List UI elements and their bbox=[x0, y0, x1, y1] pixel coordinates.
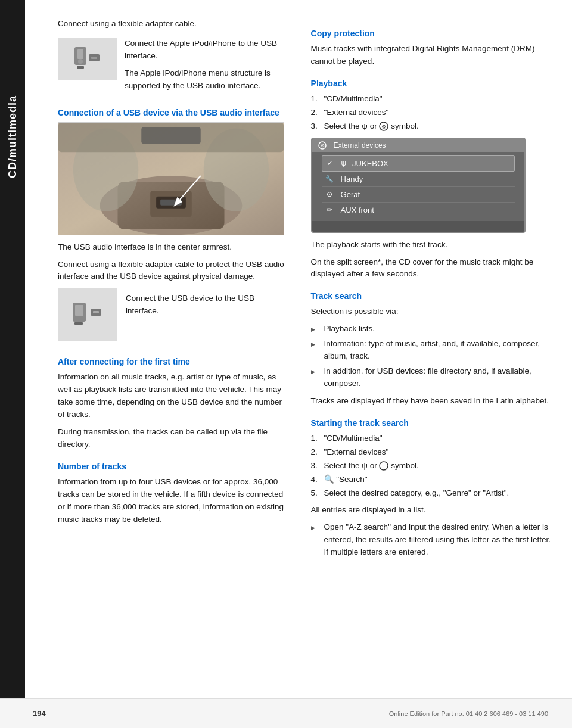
page-number: 194 bbox=[33, 709, 46, 718]
main-content: Connect using a flexible adapter cable. … bbox=[25, 0, 572, 599]
bullet-item-2: Information: type of music, artist, and,… bbox=[311, 338, 554, 363]
screen-label-jukebox: JUKEBOX bbox=[352, 159, 388, 168]
ipod-connection-block: Connect the Apple iPod/iPhone to the USB… bbox=[58, 38, 287, 97]
usb-connect-block: Connect the USB device to the USB interf… bbox=[58, 288, 287, 346]
bullet-text-2: Information: type of music, artist, and,… bbox=[324, 338, 554, 363]
sidebar: CD/multimedia bbox=[0, 0, 25, 728]
ipod-connection-text: Connect the Apple iPod/iPhone to the USB… bbox=[125, 38, 287, 97]
screen-titlebar: ⚙ External devices bbox=[312, 139, 524, 152]
playback-heading: Playback bbox=[311, 79, 554, 88]
bullet-text-1: Playback lists. bbox=[324, 323, 375, 335]
playback-item-1: 1. "CD/Multimedia" bbox=[311, 93, 554, 105]
az-search-bullet: Open "A-Z search" and input the desired … bbox=[311, 521, 554, 559]
screen-row-gerat: ⊙ Gerät bbox=[322, 187, 515, 203]
ipod-text-1: Connect the Apple iPod/iPhone to the USB… bbox=[125, 38, 287, 63]
starting-item-2: 2. "External devices" bbox=[311, 446, 554, 459]
num-tracks-para: Information from up to four USB devices … bbox=[58, 476, 287, 526]
playback-num-1: 1. bbox=[311, 93, 321, 105]
screen-label-gerat: Gerät bbox=[341, 190, 360, 199]
screen-row-jukebox: ✓ ψ JUKEBOX bbox=[322, 155, 515, 172]
track-search-after: Tracks are displayed if they have been s… bbox=[311, 395, 554, 407]
after-connect-heading: After connecting for the first time bbox=[58, 357, 287, 366]
playback-num-2: 2. bbox=[311, 107, 321, 119]
screen-content: ✓ ψ JUKEBOX 🔧 Handy ⊙ Gerät ✏ AUX fron bbox=[312, 152, 524, 221]
svg-rect-19 bbox=[75, 305, 83, 316]
playback-text-1: "CD/Multimedia" bbox=[324, 93, 383, 105]
top-intro-para: Connect using a flexible adapter cable. bbox=[58, 18, 287, 30]
after-connect-para1: Information on all music tracks, e.g. ar… bbox=[58, 371, 287, 421]
car-interior-image bbox=[58, 122, 284, 235]
svg-rect-1 bbox=[77, 49, 83, 59]
screen-label-handy: Handy bbox=[341, 175, 363, 183]
all-entries-para: All entries are displayed in a list. bbox=[311, 504, 554, 517]
starting-item-1: 1. "CD/Multimedia" bbox=[311, 433, 554, 445]
svg-text:⚙: ⚙ bbox=[381, 124, 386, 130]
screen-row-handy: 🔧 Handy bbox=[322, 172, 515, 187]
starting-search-heading: Starting the track search bbox=[311, 418, 554, 428]
starting-text-4: 🔍 "Search" bbox=[324, 474, 368, 486]
track-search-bullets: Playback lists. Information: type of mus… bbox=[311, 323, 554, 390]
svg-rect-17 bbox=[141, 127, 200, 144]
starting-item-3: 3. Select the ψ or symbol. bbox=[311, 460, 554, 472]
after-connect-para2: During transmission, the tracks can be c… bbox=[58, 426, 287, 451]
screen-title: External devices bbox=[334, 141, 386, 150]
sidebar-label: CD/multimedia bbox=[7, 95, 19, 178]
az-search-text: Open "A-Z search" and input the desired … bbox=[324, 521, 554, 559]
screen-handy-icon: 🔧 bbox=[324, 175, 335, 183]
az-arrow bbox=[311, 522, 319, 559]
screen-gerat-icon: ⊙ bbox=[324, 190, 335, 198]
copy-protection-para: Music tracks with integrated Digital Rig… bbox=[311, 43, 554, 68]
starting-item-4: 4. 🔍 "Search" bbox=[311, 474, 554, 486]
bullet-arrow-2 bbox=[311, 339, 319, 363]
playback-item-3: 3. Select the ψ or ⚙ symbol. bbox=[311, 120, 554, 133]
starting-text-3: Select the ψ or symbol. bbox=[324, 460, 419, 472]
playback-item-2: 2. "External devices" bbox=[311, 107, 554, 119]
starting-item-5: 5. Select the desired category, e.g., "G… bbox=[311, 487, 554, 500]
screen-usb-icon: ψ bbox=[341, 159, 347, 167]
page-footer: 194 Online Edition for Part no. 01 40 2 … bbox=[0, 698, 572, 728]
svg-rect-2 bbox=[77, 66, 84, 69]
bullet-arrow-1 bbox=[311, 324, 319, 335]
playback-after-para1: The playback starts with the first track… bbox=[311, 239, 554, 251]
usb-caption: The USB audio interface is in the center… bbox=[58, 241, 287, 254]
playback-list: 1. "CD/Multimedia" 2. "External devices"… bbox=[311, 93, 554, 133]
bullet-text-3: In addition, for USB devices: file direc… bbox=[324, 365, 554, 390]
usb-connection-heading: Connection of a USB device via the USB a… bbox=[58, 108, 287, 117]
external-devices-screen: ⚙ External devices ✓ ψ JUKEBOX 🔧 Handy ⊙ bbox=[311, 138, 526, 233]
usb-small-icon bbox=[58, 288, 117, 341]
starting-search-list: 1. "CD/Multimedia" 2. "External devices"… bbox=[311, 433, 554, 500]
track-search-intro: Selection is possible via: bbox=[311, 306, 554, 318]
screen-label-aux: AUX front bbox=[341, 206, 374, 214]
screen-row-aux: ✏ AUX front bbox=[322, 203, 515, 217]
ipod-text-2: The Apple iPod/iPhone menu structure is … bbox=[125, 67, 287, 92]
svg-point-27 bbox=[380, 462, 388, 470]
track-search-heading: Track search bbox=[311, 291, 554, 301]
svg-rect-22 bbox=[93, 311, 99, 313]
usb-para2: Connect using a flexible adapter cable t… bbox=[58, 259, 287, 284]
screen-check-icon: ✓ bbox=[325, 159, 335, 167]
playback-text-2: "External devices" bbox=[324, 107, 389, 119]
svg-rect-11 bbox=[160, 199, 182, 205]
playback-after-para2: On the split screen*, the CD cover for t… bbox=[311, 256, 554, 281]
bullet-item-3: In addition, for USB devices: file direc… bbox=[311, 365, 554, 390]
right-column: Copy protection Music tracks with integr… bbox=[299, 18, 572, 564]
playback-num-3: 3. bbox=[311, 120, 321, 133]
left-column: Connect using a flexible adapter cable. … bbox=[25, 18, 299, 564]
az-search-item: Open "A-Z search" and input the desired … bbox=[311, 521, 554, 559]
playback-text-3: Select the ψ or ⚙ symbol. bbox=[324, 120, 419, 133]
bullet-item-1: Playback lists. bbox=[311, 323, 554, 335]
svg-rect-20 bbox=[74, 322, 83, 325]
page-edition: Online Edition for Part no. 01 40 2 606 … bbox=[389, 710, 548, 717]
svg-text:⚙: ⚙ bbox=[320, 143, 324, 148]
svg-rect-5 bbox=[91, 57, 97, 59]
svg-point-3 bbox=[78, 59, 83, 64]
screen-aux-icon: ✏ bbox=[324, 206, 335, 214]
num-tracks-heading: Number of tracks bbox=[58, 462, 287, 471]
copy-protection-heading: Copy protection bbox=[311, 29, 554, 38]
ipod-icon-image bbox=[58, 38, 117, 80]
bullet-arrow-3 bbox=[311, 366, 319, 390]
